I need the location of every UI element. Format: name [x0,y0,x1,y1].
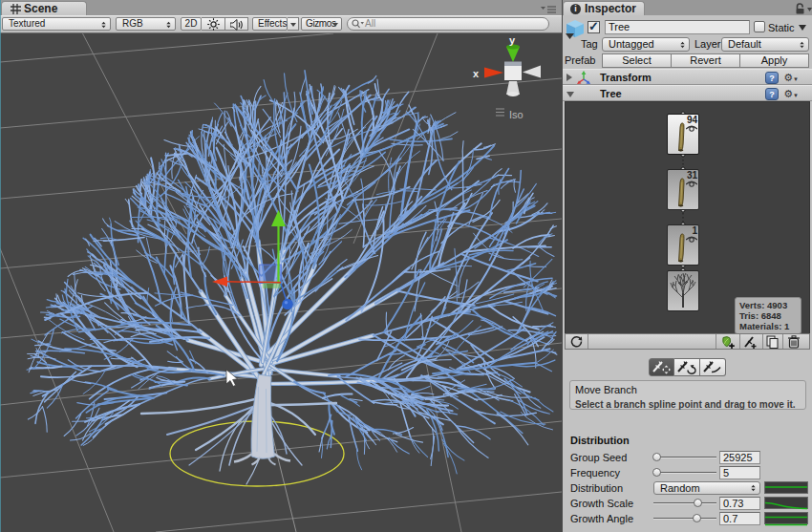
svg-text:y: y [509,34,516,46]
svg-text:x: x [473,68,480,79]
svg-text:Iso: Iso [509,109,524,120]
